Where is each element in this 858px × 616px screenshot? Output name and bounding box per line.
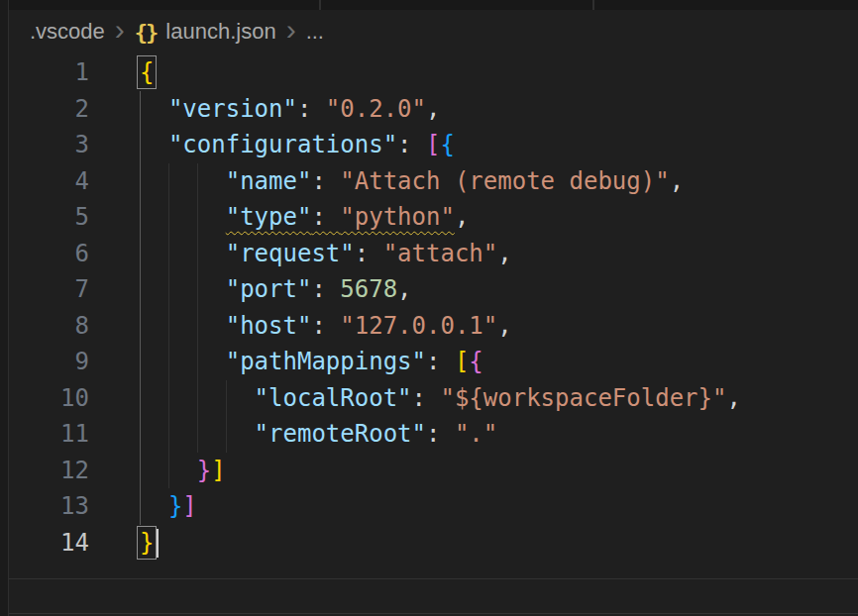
code-token: "name" — [226, 167, 312, 195]
indent-guide — [140, 163, 141, 200]
code-token: } — [197, 457, 211, 484]
line-number: 11 — [9, 416, 89, 453]
code-text: "port": 5678, — [226, 271, 412, 308]
code-line[interactable]: 14} — [9, 525, 858, 562]
code-token: , — [497, 312, 511, 340]
indent-guide — [197, 271, 198, 308]
code-token: { — [440, 131, 454, 158]
code-token: : — [355, 240, 383, 267]
code-text: "pathMappings": [{ — [226, 344, 483, 380]
line-number: 10 — [9, 380, 89, 417]
code-text: { — [140, 54, 154, 91]
indent-guide — [168, 271, 169, 308]
breadcrumb-item-file[interactable]: launch.json — [165, 19, 275, 45]
code-line[interactable]: 3"configurations": [{ — [9, 127, 858, 163]
code-line[interactable]: 2"version": "0.2.0", — [9, 91, 858, 128]
code-token: "type" — [226, 203, 312, 231]
line-number: 6 — [9, 236, 89, 272]
breadcrumb: .vscode › {} launch.json › ... — [9, 10, 858, 53]
code-token: : — [311, 203, 340, 231]
code-token: } — [140, 529, 154, 557]
code-line[interactable]: 10"localRoot": "${workspaceFolder}", — [9, 380, 858, 417]
code-token: : — [311, 312, 340, 340]
code-token: : — [397, 131, 426, 158]
code-token: "127.0.0.1" — [340, 312, 497, 340]
code-token: "0.2.0" — [326, 95, 426, 123]
indent-guide — [140, 127, 141, 163]
indent-guide — [197, 380, 198, 417]
code-text: "version": "0.2.0", — [168, 91, 441, 128]
code-token: ] — [182, 492, 196, 520]
code-line[interactable]: 12}] — [9, 453, 858, 489]
breadcrumb-item-symbol[interactable]: ... — [306, 19, 324, 45]
code-token: } — [168, 492, 182, 520]
code-token: : — [426, 420, 455, 448]
code-line[interactable]: 6"request": "attach", — [9, 236, 858, 272]
indent-guide — [140, 416, 141, 453]
code-token: [ — [455, 348, 469, 375]
code-token: "attach" — [383, 240, 498, 267]
code-token: { — [140, 58, 154, 86]
code-text: }] — [168, 488, 197, 525]
indent-guide — [140, 271, 141, 308]
code-token: : — [412, 384, 441, 412]
code-token: "version" — [168, 95, 297, 123]
indent-guide — [168, 308, 169, 345]
line-number: 1 — [9, 54, 89, 91]
code-token: "localRoot" — [255, 384, 412, 412]
line-number: 2 — [9, 91, 89, 128]
indent-guide — [168, 380, 169, 417]
code-line[interactable]: 11"remoteRoot": "." — [9, 416, 858, 453]
line-number: 9 — [9, 344, 89, 380]
indent-guide — [168, 416, 169, 453]
code-token: { — [469, 348, 483, 375]
code-line[interactable]: 1{ — [9, 54, 858, 91]
code-text: } — [140, 525, 154, 562]
code-token: "request" — [226, 240, 355, 267]
code-text: "configurations": [{ — [168, 127, 455, 163]
breadcrumb-item-folder[interactable]: .vscode — [30, 19, 105, 45]
line-number: 12 — [9, 453, 89, 489]
code-line[interactable]: 5"type": "python", — [9, 199, 858, 236]
chevron-right-icon: › — [115, 15, 125, 45]
code-token: "configurations" — [168, 131, 397, 158]
line-number: 14 — [9, 525, 89, 562]
code-line[interactable]: 8"host": "127.0.0.1", — [9, 308, 858, 345]
indent-guide — [168, 344, 169, 380]
indent-guide — [168, 453, 169, 489]
tab-divider — [592, 0, 594, 10]
editor[interactable]: 1{2"version": "0.2.0",3"configurations":… — [0, 53, 858, 616]
line-number: 7 — [9, 271, 89, 308]
code-token: "pathMappings" — [226, 348, 426, 375]
code-text: "localRoot": "${workspaceFolder}", — [255, 380, 741, 417]
code-token: "." — [455, 420, 497, 448]
code-token: "${workspaceFolder}" — [440, 384, 726, 412]
line-number: 4 — [9, 163, 89, 200]
indent-guide — [197, 416, 198, 453]
code-token: [ — [426, 131, 440, 158]
indent-guide — [140, 380, 141, 417]
line-number: 3 — [9, 127, 89, 163]
line-number: 8 — [9, 308, 89, 345]
code-line[interactable]: 4"name": "Attach (remote debug)", — [9, 163, 858, 200]
code-line[interactable]: 13}] — [9, 488, 858, 525]
tab-bar-edge[interactable] — [9, 0, 858, 10]
indent-guide — [168, 236, 169, 272]
code-line[interactable]: 9"pathMappings": [{ — [9, 344, 858, 380]
code-token: , — [497, 240, 511, 267]
code-token: : — [426, 348, 455, 375]
code-token: , — [426, 95, 440, 123]
code-text: "name": "Attach (remote debug)", — [226, 163, 684, 200]
code-token: , — [670, 167, 684, 195]
code-text: "remoteRoot": "." — [255, 416, 498, 453]
code-text: "host": "127.0.0.1", — [226, 308, 512, 345]
indent-guide — [140, 199, 141, 236]
indent-guide — [226, 380, 227, 417]
code-token: : — [311, 275, 340, 303]
indent-guide — [197, 308, 198, 345]
indent-guide — [140, 236, 141, 272]
code-token: , — [397, 275, 411, 303]
code-token: ] — [211, 457, 225, 484]
chevron-right-icon: › — [286, 15, 296, 45]
code-line[interactable]: 7"port": 5678, — [9, 271, 858, 308]
